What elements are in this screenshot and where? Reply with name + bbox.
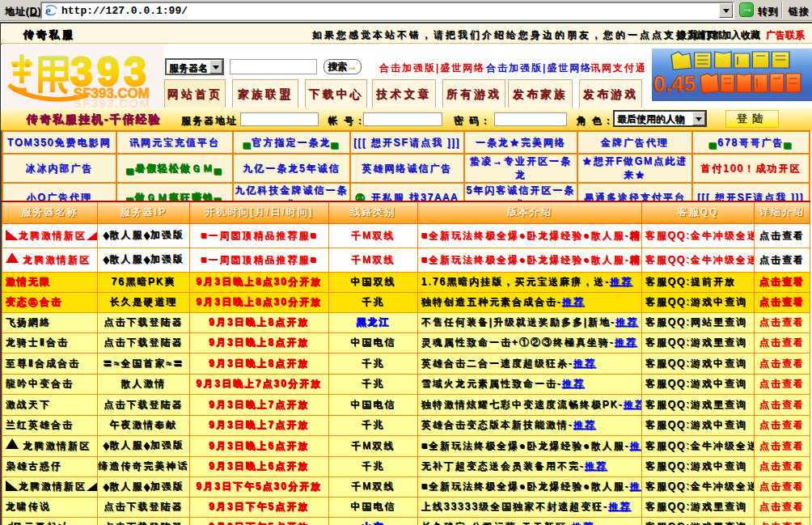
svg-text:0.45: 0.45 <box>653 72 696 96</box>
svg-text:SF393.COM: SF393.COM <box>74 96 150 108</box>
